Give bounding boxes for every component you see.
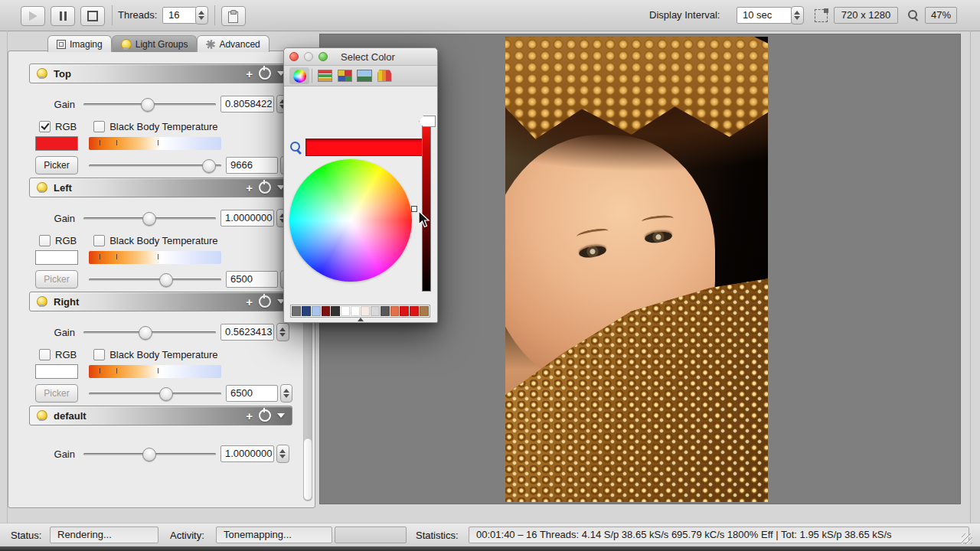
palette-swatch[interactable] — [381, 306, 390, 316]
gain-label: Gain — [29, 99, 83, 110]
palette-swatch[interactable] — [292, 306, 301, 316]
palette-swatch[interactable] — [341, 306, 350, 316]
gain-slider[interactable] — [83, 325, 216, 339]
temperature-gradient[interactable] — [89, 365, 221, 378]
temperature-gradient[interactable] — [89, 137, 221, 150]
gain-value[interactable]: 1.0000000 — [220, 210, 274, 227]
gain-slider[interactable] — [83, 211, 216, 225]
palette-swatch[interactable] — [351, 306, 360, 316]
gain-slider-handle[interactable] — [141, 98, 155, 112]
light-group-header[interactable]: Right+ — [29, 292, 292, 311]
stop-button[interactable] — [80, 6, 105, 26]
power-toggle-icon[interactable] — [259, 181, 271, 194]
threads-input[interactable]: 16 — [162, 7, 197, 24]
black-body-checkbox[interactable] — [93, 349, 105, 360]
picker-button[interactable]: Picker — [35, 384, 78, 403]
display-interval-stepper[interactable] — [791, 6, 804, 24]
temperature-slider[interactable] — [89, 272, 221, 286]
display-interval-input[interactable]: 10 sec — [737, 7, 792, 24]
black-body-checkbox[interactable] — [93, 121, 105, 132]
gain-value[interactable]: 1.0000000 — [220, 445, 274, 462]
crayons-mode-button[interactable] — [374, 67, 394, 84]
color-wheel-selector[interactable] — [411, 206, 417, 212]
power-toggle-icon[interactable] — [259, 409, 271, 422]
power-toggle-icon[interactable] — [259, 295, 271, 308]
rgb-checkbox[interactable] — [39, 349, 51, 360]
gain-slider-handle[interactable] — [142, 212, 156, 226]
temperature-value[interactable]: 6500 — [226, 271, 278, 288]
chevron-down-icon[interactable] — [277, 413, 285, 418]
temperature-slider[interactable] — [89, 158, 221, 172]
temperature-value[interactable]: 6500 — [226, 385, 278, 402]
rgb-label: RGB — [55, 121, 77, 132]
color-swatch[interactable] — [35, 364, 78, 379]
power-toggle-icon[interactable] — [259, 67, 271, 80]
rgb-checkbox[interactable] — [39, 121, 51, 132]
temperature-slider-handle[interactable] — [159, 273, 173, 287]
light-group-header[interactable]: Top+ — [29, 64, 292, 83]
gain-value[interactable]: 0.5623413 — [220, 324, 274, 341]
palette-swatch[interactable] — [371, 306, 380, 316]
black-body-checkbox[interactable] — [93, 235, 105, 246]
zoom-magnifier-icon[interactable] — [908, 10, 919, 21]
gain-value[interactable]: 0.8058422 — [220, 96, 274, 112]
tab-imaging[interactable]: Imaging — [47, 35, 112, 52]
add-icon[interactable]: + — [246, 296, 253, 308]
light-group-header[interactable]: default+ — [29, 406, 292, 425]
minimize-icon[interactable] — [304, 52, 313, 61]
close-icon[interactable] — [289, 52, 299, 61]
light-group-title: Left — [54, 182, 72, 194]
tab-light-groups[interactable]: Light Groups — [112, 35, 198, 52]
threads-stepper[interactable] — [195, 6, 208, 24]
add-icon[interactable]: + — [246, 68, 253, 80]
add-icon[interactable]: + — [246, 410, 253, 422]
color-sliders-mode-button[interactable] — [315, 67, 335, 84]
color-swatch[interactable] — [35, 250, 78, 265]
add-icon[interactable]: + — [246, 182, 253, 194]
palette-swatch[interactable] — [322, 306, 331, 316]
pause-button[interactable] — [51, 6, 75, 26]
palette-swatch[interactable] — [331, 306, 340, 316]
temperature-value[interactable]: 9666 — [226, 157, 278, 174]
palette-swatch[interactable] — [302, 306, 311, 316]
palette-drawer-handle[interactable] — [358, 318, 364, 321]
gain-slider-handle[interactable] — [139, 326, 152, 340]
palette-swatch[interactable] — [400, 306, 409, 316]
brightness-slider[interactable] — [422, 117, 431, 292]
toolbar-separator — [312, 69, 312, 83]
color-loupe-icon[interactable] — [290, 142, 302, 153]
temperature-slider-handle[interactable] — [202, 159, 216, 173]
gain-slider[interactable] — [83, 97, 216, 111]
light-group-header[interactable]: Left+ — [29, 178, 292, 197]
rgb-checkbox[interactable] — [39, 235, 51, 246]
play-button[interactable] — [21, 6, 45, 26]
gain-stepper[interactable] — [276, 445, 289, 463]
scrollbar-thumb[interactable] — [303, 438, 312, 500]
palette-swatch[interactable] — [420, 306, 429, 316]
resize-window-icon[interactable] — [815, 9, 828, 22]
palette-swatch[interactable] — [410, 306, 419, 316]
gain-stepper[interactable] — [276, 323, 289, 341]
zoom-icon[interactable] — [318, 52, 328, 61]
picker-button[interactable]: Picker — [35, 270, 78, 289]
color-wheel-mode-button[interactable] — [289, 67, 309, 84]
color-swatch[interactable] — [35, 136, 78, 151]
palette-swatch[interactable] — [312, 306, 321, 316]
tab-advanced[interactable]: Advanced — [197, 35, 269, 52]
palette-swatch[interactable] — [390, 306, 400, 316]
copy-button[interactable] — [221, 6, 246, 26]
picker-button[interactable]: Picker — [35, 156, 78, 174]
color-wheel[interactable] — [289, 159, 412, 282]
color-wheel-icon — [293, 70, 306, 83]
temperature-stepper[interactable] — [280, 384, 292, 403]
gain-slider-handle[interactable] — [142, 448, 156, 461]
image-palette-mode-button[interactable] — [354, 67, 374, 84]
window-resize-grip[interactable] — [962, 533, 972, 544]
temperature-slider[interactable] — [89, 386, 221, 400]
temperature-slider-handle[interactable] — [159, 387, 173, 401]
temperature-gradient[interactable] — [89, 251, 221, 264]
palette-swatch[interactable] — [361, 306, 370, 316]
gain-slider[interactable] — [83, 447, 216, 461]
dialog-titlebar[interactable]: Select Color — [284, 48, 437, 66]
color-palette-mode-button[interactable] — [335, 67, 354, 84]
